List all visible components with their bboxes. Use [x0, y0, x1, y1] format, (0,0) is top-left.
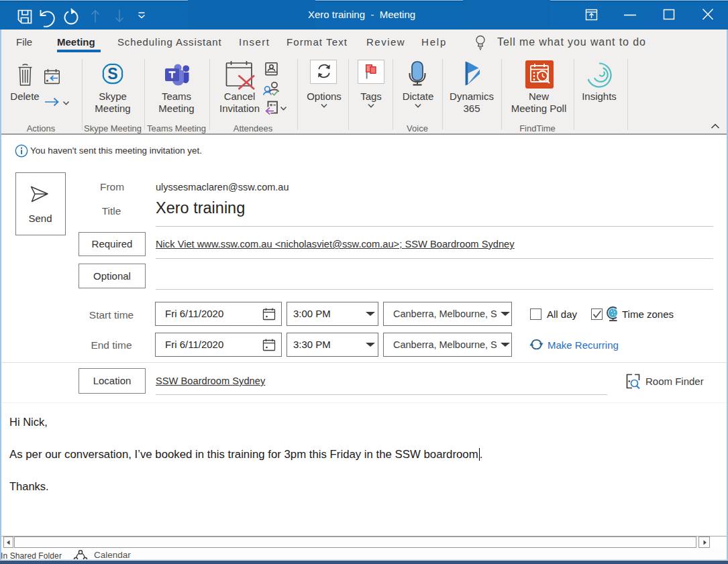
- svg-text:S: S: [107, 65, 117, 82]
